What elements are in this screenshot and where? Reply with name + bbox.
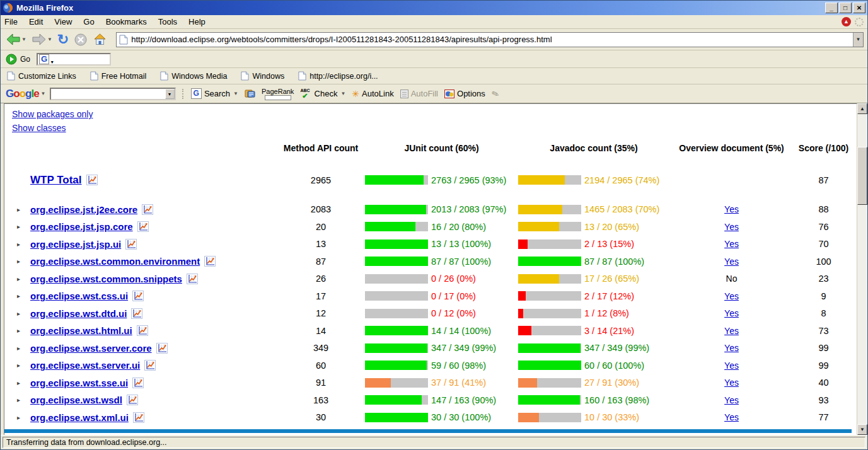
package-link[interactable]: WTP Total <box>30 174 82 187</box>
bookmark-item[interactable]: Windows <box>241 71 284 81</box>
go-label[interactable]: Go <box>20 55 30 64</box>
quick-search-dropdown-icon[interactable]: ▼ <box>50 60 54 64</box>
google-search-input[interactable]: ▼ <box>50 88 176 100</box>
google-logo[interactable]: Google <box>6 88 39 100</box>
expand-arrow-icon[interactable]: ▸ <box>17 414 26 421</box>
chart-icon[interactable] <box>132 378 144 388</box>
overview-link[interactable]: Yes <box>724 326 739 336</box>
chart-icon[interactable] <box>204 256 216 267</box>
back-button[interactable]: ▼ <box>4 32 28 47</box>
overview-link[interactable]: Yes <box>724 204 739 214</box>
expand-arrow-icon[interactable]: ▸ <box>17 345 26 352</box>
show-packages-link[interactable]: Show packages only <box>12 109 93 119</box>
package-link[interactable]: org.eclipse.wst.common.snippets <box>30 274 182 284</box>
chart-icon[interactable] <box>156 343 168 354</box>
chart-icon[interactable] <box>142 204 153 215</box>
scroll-down-icon[interactable]: ▼ <box>857 424 867 435</box>
expand-arrow-icon[interactable]: ▸ <box>17 241 26 248</box>
spellcheck-button[interactable]: ABC ✔ Check ▼ <box>300 88 345 100</box>
search-dropdown-icon[interactable]: ▼ <box>233 91 238 96</box>
expand-arrow-icon[interactable]: ▸ <box>17 310 26 317</box>
package-link[interactable]: org.eclipse.wst.common.environment <box>30 256 200 267</box>
options-button[interactable]: Options <box>444 89 485 98</box>
chart-icon[interactable] <box>133 412 144 423</box>
package-link[interactable]: org.eclipse.wst.dtd.ui <box>30 308 127 319</box>
overview-link[interactable]: Yes <box>724 222 739 232</box>
bookmark-item[interactable]: Windows Media <box>160 71 227 81</box>
show-classes-link[interactable]: Show classes <box>12 123 66 133</box>
expand-arrow-icon[interactable]: ▸ <box>17 379 26 386</box>
expand-arrow-icon[interactable]: ▸ <box>17 396 26 403</box>
chart-icon[interactable] <box>137 221 149 232</box>
package-link[interactable]: org.eclipse.wst.server.core <box>30 343 152 354</box>
expand-arrow-icon[interactable]: ▸ <box>17 206 26 213</box>
search-history-dropdown-icon[interactable]: ▼ <box>165 89 175 99</box>
highlighter-icon[interactable]: ✎ <box>490 88 500 100</box>
vertical-scrollbar[interactable]: ▲ ▼ <box>857 103 867 435</box>
reload-button[interactable]: ↻ <box>56 32 70 47</box>
toolbar-grip[interactable] <box>182 89 187 99</box>
check-dropdown-icon[interactable]: ▼ <box>340 91 345 96</box>
forward-button[interactable]: ▼ <box>30 32 54 47</box>
chart-icon[interactable] <box>86 175 98 185</box>
address-bar[interactable]: http://download.eclipse.org/webtools/com… <box>116 32 864 47</box>
expand-arrow-icon[interactable]: ▸ <box>17 275 26 282</box>
overview-link[interactable]: Yes <box>724 308 739 318</box>
menu-view[interactable]: View <box>54 17 72 26</box>
chart-icon[interactable] <box>127 395 138 405</box>
bookmark-item[interactable]: http://eclipse.org/i... <box>298 71 378 81</box>
expand-arrow-icon[interactable]: ▸ <box>17 223 26 230</box>
chart-icon[interactable] <box>125 239 137 250</box>
bookmark-item[interactable]: Free Hotmail <box>90 71 147 81</box>
package-link[interactable]: org.eclipse.wst.sse.ui <box>30 378 128 388</box>
overview-link[interactable]: Yes <box>724 412 739 422</box>
overview-link[interactable]: Yes <box>724 257 739 267</box>
expand-arrow-icon[interactable]: ▸ <box>17 258 26 265</box>
autofill-button[interactable]: AutoFill <box>400 89 438 98</box>
package-link[interactable]: org.eclipse.wst.css.ui <box>30 291 128 301</box>
package-link[interactable]: org.eclipse.wst.server.ui <box>30 360 140 371</box>
menu-file[interactable]: File <box>4 17 18 26</box>
chart-icon[interactable] <box>137 325 148 336</box>
forward-dropdown-icon[interactable]: ▼ <box>47 37 52 42</box>
chart-icon[interactable] <box>132 291 144 301</box>
menu-go[interactable]: Go <box>83 17 94 26</box>
overview-link[interactable]: Yes <box>724 343 739 353</box>
update-notification-icon[interactable]: ▲ <box>842 17 851 26</box>
menu-tools[interactable]: Tools <box>158 17 177 26</box>
pagerank-widget[interactable]: PageRank <box>262 88 294 100</box>
menu-edit[interactable]: Edit <box>29 17 43 26</box>
search-button[interactable]: G Search ▼ <box>191 88 238 99</box>
expand-arrow-icon[interactable]: ▸ <box>17 292 26 299</box>
autolink-button[interactable]: ✳ AutoLink <box>352 89 393 99</box>
quick-search-input[interactable]: G ▼ <box>37 53 111 66</box>
expand-arrow-icon[interactable]: ▸ <box>17 362 26 369</box>
go-icon[interactable] <box>6 54 17 65</box>
package-link[interactable]: org.eclipse.wst.html.ui <box>30 325 132 336</box>
menu-help[interactable]: Help <box>188 17 205 26</box>
chart-icon[interactable] <box>187 274 198 284</box>
package-link[interactable]: org.eclipse.jst.jsp.core <box>30 221 133 232</box>
minimize-button[interactable]: _ <box>825 3 838 13</box>
close-button[interactable]: ✕ <box>853 3 865 13</box>
scroll-up-icon[interactable]: ▲ <box>857 103 867 114</box>
overview-link[interactable]: Yes <box>724 395 739 405</box>
overview-link[interactable]: Yes <box>724 361 739 371</box>
chart-icon[interactable] <box>131 308 142 319</box>
overview-link[interactable]: Yes <box>724 378 739 388</box>
back-dropdown-icon[interactable]: ▼ <box>21 37 26 42</box>
package-link[interactable]: org.eclipse.jst.jsp.ui <box>30 239 121 250</box>
home-button[interactable] <box>91 32 108 47</box>
package-link[interactable]: org.eclipse.wst.wsdl <box>30 395 122 405</box>
url-dropdown-icon[interactable]: ▼ <box>853 33 863 47</box>
package-link[interactable]: org.eclipse.wst.xml.ui <box>30 412 129 423</box>
stop-button[interactable] <box>72 32 89 48</box>
bookmark-item[interactable]: Customize Links <box>7 71 76 81</box>
google-logo-dropdown-icon[interactable]: ▼ <box>41 91 46 96</box>
url-text[interactable]: http://download.eclipse.org/webtools/com… <box>131 35 853 44</box>
maximize-button[interactable]: □ <box>839 3 852 13</box>
package-link[interactable]: org.eclipse.jst.j2ee.core <box>30 204 137 215</box>
overview-link[interactable]: Yes <box>724 291 739 301</box>
menu-bookmarks[interactable]: Bookmarks <box>106 17 147 26</box>
overview-link[interactable]: Yes <box>724 239 739 249</box>
